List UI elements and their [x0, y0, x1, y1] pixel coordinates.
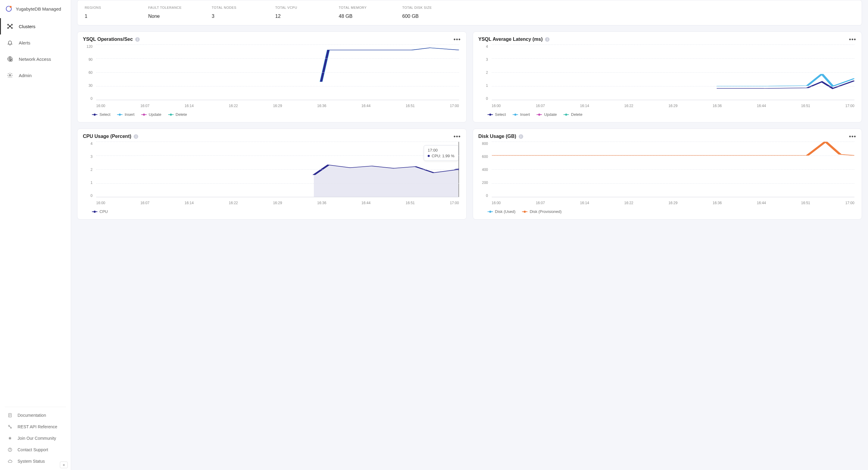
nav-item-network[interactable]: Network Access — [0, 51, 71, 67]
footer-label: System Status — [18, 459, 45, 464]
stat-value: 1 — [85, 13, 130, 19]
footer-label: REST API Reference — [18, 424, 57, 429]
stat-total-disk: TOTAL DISK SIZE 600 GB — [402, 6, 447, 19]
stat-total-nodes: TOTAL NODES 3 — [212, 6, 257, 19]
stat-fault-tolerance: FAULT TOLERANCE None — [148, 6, 193, 19]
stat-total-vcpu: TOTAL vCPU 12 — [275, 6, 320, 19]
stat-value: 12 — [275, 13, 320, 19]
help-icon — [7, 446, 13, 453]
svg-point-12 — [11, 60, 12, 61]
brand-name: YugabyteDB Managed — [16, 6, 61, 11]
slack-icon — [7, 435, 13, 442]
stat-regions: REGIONS 1 — [85, 6, 130, 19]
info-icon[interactable]: i — [519, 134, 523, 139]
footer-api[interactable]: REST API Reference — [5, 421, 66, 433]
chart-title: CPU Usage (Percent) i — [83, 134, 138, 139]
svg-point-1 — [10, 6, 11, 8]
brand: YugabyteDB Managed — [0, 0, 71, 18]
cloud-icon — [7, 458, 13, 465]
chart-title: YSQL Operations/Sec i — [83, 37, 140, 42]
nav: Clusters Alerts Network Access Admin — [0, 18, 71, 407]
footer-support[interactable]: Contact Support — [5, 444, 66, 456]
footer-label: Documentation — [18, 413, 46, 418]
nav-label: Clusters — [19, 24, 35, 29]
chart-card-disk: Disk Usage (GB) i ••• 8006004002000 16:0 — [473, 129, 862, 220]
footer-label: Contact Support — [18, 447, 48, 452]
cluster-icon — [7, 23, 13, 30]
logo-icon — [5, 5, 12, 12]
footer-community[interactable]: Join Our Community — [5, 433, 66, 444]
chart-plot: 1209060300 16:0016:0716:1416:2216:2916:3… — [83, 44, 461, 108]
stat-value: 48 GB — [339, 13, 384, 19]
collapse-sidebar-button[interactable]: « — [60, 462, 68, 468]
chart-tooltip: 17:00 CPU: 1.99 % — [424, 145, 458, 161]
api-icon — [7, 424, 13, 430]
footer-label: Join Our Community — [18, 436, 56, 441]
stat-label: TOTAL NODES — [212, 6, 257, 9]
info-icon[interactable]: i — [545, 37, 550, 42]
sidebar: YugabyteDB Managed Clusters Alerts Netwo… — [0, 0, 71, 470]
chart-legend: CPU — [83, 209, 461, 214]
globe-icon — [7, 56, 13, 62]
tooltip-time: 17:00 — [428, 148, 454, 152]
chart-plot: 43210 17:00 CPU: 1.99 % — [83, 142, 461, 205]
main: REGIONS 1 FAULT TOLERANCE None TOTAL NOD… — [71, 0, 868, 470]
chart-title: Disk Usage (GB) i — [478, 134, 523, 139]
footer-links: Documentation REST API Reference Join Ou… — [5, 407, 66, 470]
stat-label: FAULT TOLERANCE — [148, 6, 193, 9]
stat-label: TOTAL vCPU — [275, 6, 320, 9]
stat-total-memory: TOTAL MEMORY 48 GB — [339, 6, 384, 19]
chart-menu-button[interactable]: ••• — [453, 135, 461, 138]
nav-item-admin[interactable]: Admin — [0, 67, 71, 84]
stat-label: TOTAL DISK SIZE — [402, 6, 447, 9]
chart-card-ops: YSQL Operations/Sec i ••• 1209060300 — [77, 31, 467, 123]
info-icon[interactable]: i — [134, 134, 138, 139]
footer-status[interactable]: System Status — [5, 456, 66, 467]
chart-menu-button[interactable]: ••• — [453, 38, 461, 41]
footer-documentation[interactable]: Documentation — [5, 409, 66, 421]
nav-label: Admin — [19, 73, 32, 78]
chart-legend: Select Insert Update Delete — [478, 112, 857, 117]
chart-legend: Select Insert Update Delete — [83, 112, 461, 117]
doc-icon — [7, 412, 13, 418]
stat-value: 3 — [212, 13, 257, 19]
nav-label: Alerts — [19, 40, 30, 45]
chart-menu-button[interactable]: ••• — [849, 38, 856, 41]
chart-legend: Disk (Used) Disk (Provisioned) — [478, 209, 857, 214]
stats-card: REGIONS 1 FAULT TOLERANCE None TOTAL NOD… — [77, 0, 862, 25]
bell-icon — [7, 39, 13, 46]
gear-icon — [7, 72, 13, 79]
chart-title: YSQL Average Latency (ms) i — [478, 37, 550, 42]
nav-item-clusters[interactable]: Clusters — [0, 18, 71, 34]
stat-label: TOTAL MEMORY — [339, 6, 384, 9]
stat-value: 600 GB — [402, 13, 447, 19]
chart-grid: YSQL Operations/Sec i ••• 1209060300 — [77, 31, 862, 220]
chart-card-latency: YSQL Average Latency (ms) i ••• 43210 — [473, 31, 862, 123]
tooltip-value: CPU: 1.99 % — [432, 154, 454, 158]
chart-plot: 43210 16:0016:0716:1416:2216:2916:3616:4… — [478, 44, 857, 108]
stat-label: REGIONS — [85, 6, 130, 9]
stat-value: None — [148, 13, 193, 19]
chart-menu-button[interactable]: ••• — [849, 135, 856, 138]
chart-card-cpu: CPU Usage (Percent) i ••• 43210 — [77, 129, 467, 220]
nav-item-alerts[interactable]: Alerts — [0, 34, 71, 51]
chart-plot: 8006004002000 16:0016:0716:1416:2216:291… — [478, 142, 857, 205]
svg-point-13 — [9, 75, 11, 76]
nav-label: Network Access — [19, 57, 51, 62]
info-icon[interactable]: i — [135, 37, 140, 42]
